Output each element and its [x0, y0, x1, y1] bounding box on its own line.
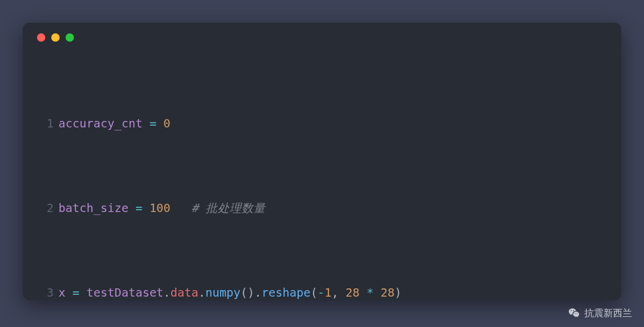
code-window: 1 accuracy_cnt = 0 2 batch_size = 100 # …: [23, 23, 621, 300]
minimize-icon[interactable]: [51, 33, 60, 42]
watermark: 抗震新西兰: [568, 307, 632, 320]
window-controls: [37, 33, 608, 42]
lineno: 3: [36, 282, 58, 303]
wechat-icon: [568, 307, 581, 320]
code-content: x = testDataset.data.numpy().reshape(-1,…: [58, 282, 608, 303]
zoom-icon[interactable]: [66, 33, 74, 42]
code-line: 1 accuracy_cnt = 0: [36, 113, 608, 134]
code-content: batch_size = 100 # 批处理数量: [58, 198, 608, 219]
code-content: accuracy_cnt = 0: [58, 113, 608, 134]
code-block: 1 accuracy_cnt = 0 2 batch_size = 100 # …: [36, 50, 608, 327]
lineno: 1: [36, 113, 58, 134]
code-line: 2 batch_size = 100 # 批处理数量: [36, 198, 608, 219]
code-line: 3 x = testDataset.data.numpy().reshape(-…: [36, 282, 608, 303]
close-icon[interactable]: [37, 33, 45, 42]
watermark-label: 抗震新西兰: [584, 307, 632, 320]
lineno: 2: [36, 198, 58, 219]
